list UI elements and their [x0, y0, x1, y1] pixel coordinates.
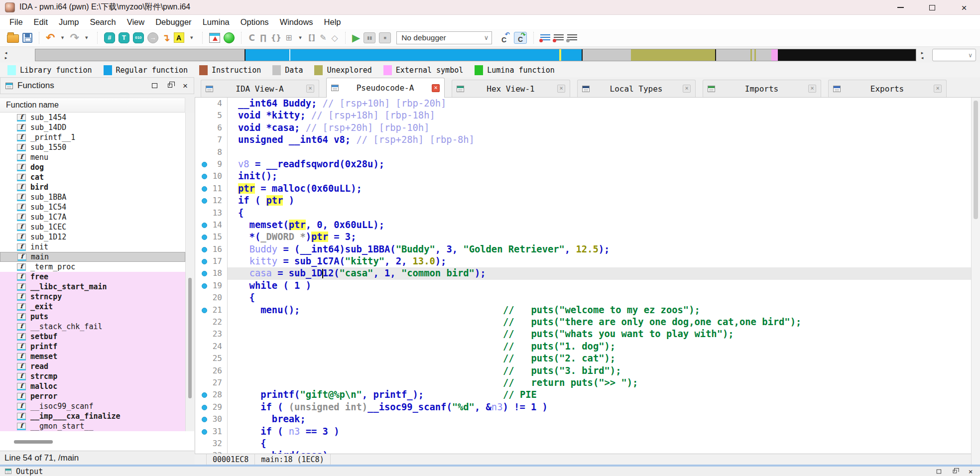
tab-close-icon[interactable]: × — [306, 85, 314, 93]
code-line-32[interactable]: 32 { — [195, 438, 971, 450]
panel-close-icon[interactable]: × — [182, 82, 189, 89]
navigate-back-icon[interactable]: ↶ — [46, 31, 55, 44]
function-row-sub-1cec[interactable]: fsub_1CEC — [0, 222, 185, 232]
code-line-23[interactable]: 23// puts("whats you want to play with")… — [195, 328, 971, 340]
function-row--term-proc[interactable]: f_term_proc — [0, 262, 185, 272]
lumina-icon[interactable] — [224, 32, 235, 43]
tab-exports[interactable]: Exports× — [828, 80, 947, 97]
code-line-18[interactable]: 18 casa = sub_1D12("casa", 1, "common bi… — [195, 267, 971, 279]
code-line-30[interactable]: 30 break; — [195, 413, 971, 425]
function-row-sub-14dd[interactable]: fsub_14DD — [0, 122, 185, 132]
enums-icon[interactable]: C — [248, 31, 256, 44]
xrefs-icon[interactable]: ⊞ — [285, 31, 293, 44]
menu-item-view[interactable]: View — [122, 15, 150, 29]
function-row-strncpy[interactable]: fstrncpy — [0, 292, 185, 302]
tab-pseudocode-a[interactable]: Pseudocode-A× — [326, 78, 445, 98]
function-row-init[interactable]: finit — [0, 242, 185, 252]
edit-icon[interactable]: ✎ — [319, 31, 327, 44]
function-row-sub-1bba[interactable]: fsub_1BBA — [0, 192, 185, 202]
tab-close-icon[interactable]: × — [808, 85, 816, 93]
code-line-24[interactable]: 24// puts("1. dog"); — [195, 341, 971, 353]
binary-view-icon[interactable]: 010 — [133, 32, 144, 43]
forward-dropdown-icon[interactable]: ▾ — [83, 31, 91, 44]
code-line-11[interactable]: 11ptr = malloc(0x60uLL); — [195, 183, 971, 195]
function-row-sub-1454[interactable]: fsub_1454 — [0, 113, 185, 122]
code-line-10[interactable]: 10init(); — [195, 170, 971, 182]
save-file-icon[interactable] — [22, 33, 32, 43]
function-row-puts[interactable]: fputs — [0, 312, 185, 322]
code-line-9[interactable]: 9v8 = __readfsqword(0x28u); — [195, 158, 971, 170]
function-row--imp-cxa-finalize[interactable]: f__imp___cxa_finalize — [0, 411, 185, 421]
function-row-strcmp[interactable]: fstrcmp — [0, 371, 185, 381]
function-row-cat[interactable]: fcat — [0, 172, 185, 182]
text-view-icon[interactable]: T — [119, 32, 129, 43]
functions-vertical-scrollbar[interactable] — [185, 113, 194, 431]
function-name-column-header[interactable]: Function name — [0, 98, 185, 113]
menu-item-options[interactable]: Options — [235, 15, 274, 29]
function-row-dog[interactable]: fdog — [0, 162, 185, 172]
code-line-26[interactable]: 26// puts("3. bird"); — [195, 365, 971, 377]
navigation-band[interactable] — [35, 49, 916, 61]
scrollbar-thumb[interactable] — [188, 278, 192, 398]
function-row-setbuf[interactable]: fsetbuf — [0, 332, 185, 342]
window-list-icon[interactable] — [540, 34, 550, 42]
function-row-sub-1c7a[interactable]: fsub_1C7A — [0, 212, 185, 222]
types-icon[interactable]: {} — [271, 31, 281, 44]
function-row-memset[interactable]: fmemset — [0, 352, 185, 361]
code-line-14[interactable]: 14 memset(ptr, 0, 0x60uLL); — [195, 219, 971, 231]
menu-item-search[interactable]: Search — [84, 15, 121, 29]
function-row-printf[interactable]: fprintf — [0, 342, 185, 352]
code-line-29[interactable]: 29 if ( (unsigned int)__isoc99_scanf("%d… — [195, 401, 971, 413]
menu-item-help[interactable]: Help — [319, 15, 347, 29]
code-line-31[interactable]: 31 if ( n3 == 3 ) — [195, 426, 971, 438]
output-float-icon[interactable] — [952, 469, 958, 475]
open-file-icon[interactable] — [7, 34, 19, 43]
tab-close-icon[interactable]: × — [683, 85, 691, 93]
close-button[interactable]: × — [948, 0, 980, 15]
code-line-13[interactable]: 13{ — [195, 207, 971, 219]
code-line-25[interactable]: 25// puts("2. cat"); — [195, 353, 971, 364]
tab-ida-view-a[interactable]: IDA View-A× — [201, 80, 319, 97]
watch-list-icon[interactable] — [567, 34, 577, 42]
menu-item-jump[interactable]: Jump — [53, 15, 84, 29]
debugger-pause-icon[interactable]: ▮▮ — [364, 32, 375, 43]
tab-close-icon[interactable]: × — [432, 84, 440, 92]
selection-icon[interactable]: [] — [308, 31, 316, 44]
debugger-run-icon[interactable]: ▶ — [352, 31, 360, 44]
xrefs-dropdown-icon[interactable]: ▾ — [296, 31, 304, 44]
back-dropdown-icon[interactable]: ▾ — [58, 31, 66, 44]
function-row--gmon-start-[interactable]: f__gmon_start__ — [0, 421, 185, 431]
code-line-4[interactable]: 4__int64 Buddy; // [rsp+10h] [rbp-20h] — [195, 98, 971, 110]
output-panel-bar[interactable]: Output × — [0, 467, 980, 476]
code-line-17[interactable]: 17 kitty = sub_1C7A("kitty", 2, 13.0); — [195, 255, 971, 267]
minimize-button[interactable] — [884, 0, 916, 15]
function-row-sub-1d12[interactable]: fsub_1D12 — [0, 232, 185, 242]
output-maximize-icon[interactable] — [936, 469, 942, 475]
trace-into-icon[interactable]: C↷ — [514, 32, 527, 44]
code-line-22[interactable]: 22// puts("there are only one dog,one ca… — [195, 316, 971, 328]
structs-icon[interactable]: ∏ — [259, 31, 267, 44]
navband-right-arrows-icon[interactable]: ▸◂ — [919, 49, 925, 61]
function-row-menu[interactable]: fmenu — [0, 152, 185, 162]
code-line-12[interactable]: 12if ( ptr ) — [195, 195, 971, 207]
code-line-8[interactable]: 8 — [195, 146, 971, 158]
output-close-icon[interactable]: × — [968, 469, 974, 475]
code-line-33[interactable]: 33 bird(casa); — [195, 450, 971, 454]
tab-imports[interactable]: Imports× — [703, 80, 821, 97]
scrollbar-thumb[interactable] — [974, 101, 978, 219]
function-row-sub-1550[interactable]: fsub_1550 — [0, 142, 185, 152]
tab-local-types[interactable]: Local Types× — [577, 80, 696, 97]
functions-window-icon[interactable]: # — [104, 32, 115, 43]
code-line-20[interactable]: 20 { — [195, 292, 971, 304]
function-row-perror[interactable]: fperror — [0, 391, 185, 401]
tab-close-icon[interactable]: × — [557, 85, 565, 93]
horizontal-scrollbar-thumb[interactable] — [14, 440, 53, 444]
code-line-16[interactable]: 16 Buddy = (__int64)sub_1BBA("Buddy", 3,… — [195, 243, 971, 255]
jump-address-icon[interactable]: → — [147, 32, 158, 43]
menu-item-windows[interactable]: Windows — [274, 15, 319, 29]
tab-close-icon[interactable]: × — [934, 85, 942, 93]
function-row--isoc99-scanf[interactable]: f__isoc99_scanf — [0, 401, 185, 411]
function-row--exit[interactable]: f_exit — [0, 302, 185, 312]
code-line-19[interactable]: 19 while ( 1 ) — [195, 280, 971, 292]
function-row-free[interactable]: ffree — [0, 272, 185, 282]
